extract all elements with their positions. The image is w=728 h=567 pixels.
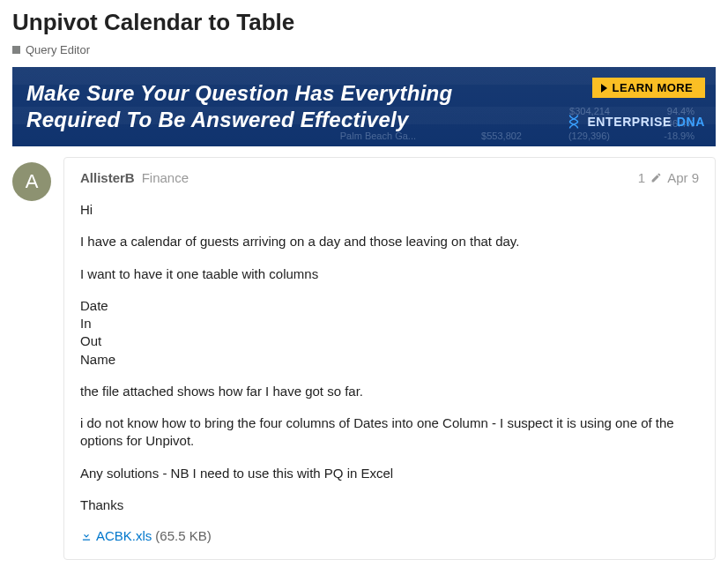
page-title: Unpivot Calendar to Table: [12, 9, 716, 36]
banner-right-group: LEARN MORE ENTERPRISE DNA: [566, 78, 705, 130]
post-body: Hi I have a calendar of guests arriving …: [80, 201, 699, 543]
post-date[interactable]: Apr 9: [667, 170, 699, 185]
category-color-swatch: [12, 46, 20, 54]
post-paragraph: Any solutions - NB I need to use this wi…: [80, 465, 699, 482]
category-label: Query Editor: [26, 43, 90, 56]
brand-prefix: ENTERPRISE: [587, 115, 671, 129]
category-row[interactable]: Query Editor: [12, 43, 716, 56]
post-header-left: AllisterB Finance: [80, 170, 189, 185]
column-line: Out: [80, 332, 699, 350]
column-line: Date: [80, 297, 699, 315]
post-paragraph: Hi: [80, 201, 699, 219]
brand-suffix: DNA: [677, 115, 705, 129]
post-paragraph: I have a calendar of guests arriving on …: [80, 233, 699, 250]
dna-icon: [566, 114, 582, 130]
post-header-right: 1 Apr 9: [638, 170, 699, 185]
column-list: Date In Out Name: [80, 297, 699, 369]
post-paragraph: i do not know how to bring the four colu…: [80, 414, 699, 451]
learn-more-button[interactable]: LEARN MORE: [592, 78, 705, 98]
learn-more-label: LEARN MORE: [613, 81, 693, 94]
post-paragraph: Thanks: [80, 496, 699, 514]
post-header: AllisterB Finance 1 Apr 9: [80, 170, 699, 185]
play-icon: [601, 84, 607, 93]
author-name[interactable]: AllisterB: [80, 170, 135, 185]
pencil-icon[interactable]: [650, 172, 662, 183]
column-line: Name: [80, 351, 699, 369]
banner-headline: Make Sure Your Question Has Everything R…: [26, 80, 520, 133]
attachment-size: (65.5 KB): [155, 528, 211, 543]
attachment-row: ACBK.xls (65.5 KB): [80, 528, 699, 543]
avatar-letter: A: [26, 170, 39, 193]
column-line: In: [80, 315, 699, 332]
banner-bg-number: (129,396): [568, 131, 610, 141]
brand-logo-text: ENTERPRISE DNA: [566, 114, 705, 130]
attachment-link[interactable]: ACBK.xls: [96, 528, 152, 543]
banner-bg-number: -18.9%: [664, 131, 695, 141]
post-paragraph: I want to have it one taable with column…: [80, 265, 699, 283]
download-icon[interactable]: [80, 530, 93, 542]
post-paragraph: the file attached shows how far I have g…: [80, 383, 699, 400]
promo-banner[interactable]: $304,214 94.4% 246.4% $553,802 (129,396)…: [12, 67, 716, 146]
avatar[interactable]: A: [12, 162, 51, 201]
author-title: Finance: [142, 170, 189, 185]
post-card: AllisterB Finance 1 Apr 9 Hi I have a ca…: [63, 157, 716, 560]
post-container: A AllisterB Finance 1 Apr 9 Hi I have a …: [12, 157, 716, 560]
edit-count[interactable]: 1: [638, 170, 645, 185]
